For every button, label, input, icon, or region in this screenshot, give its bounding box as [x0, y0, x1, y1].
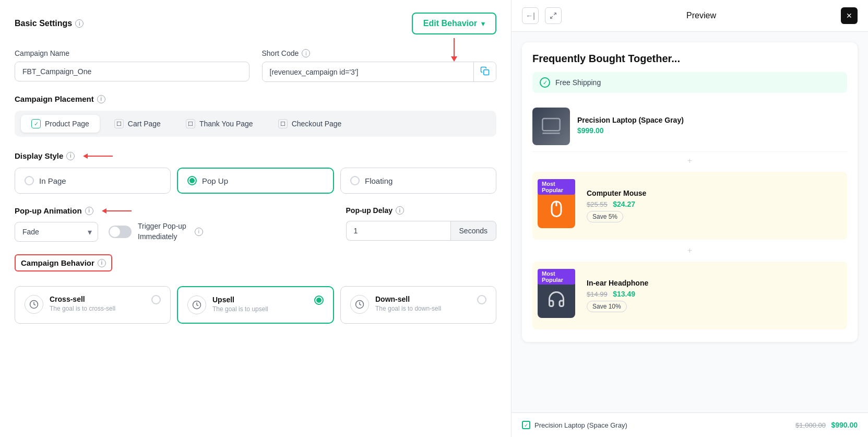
- product-sale-price-headphone: $13.49: [613, 290, 635, 298]
- behavior-down-sell[interactable]: Down-sell The goal is to down-sell: [340, 286, 496, 324]
- behavior-upsell[interactable]: Upsell The goal is to upsell: [177, 286, 334, 324]
- footer-product-name: Precision Laptop (Space Gray): [534, 421, 627, 429]
- campaign-behavior-section: Campaign Behavior i Cross-sell The goal …: [15, 254, 496, 324]
- upsell-desc: The goal is to upsell: [212, 305, 308, 313]
- copy-shortcode-button[interactable]: [473, 62, 496, 81]
- upsell-radio: [314, 296, 324, 305]
- campaign-placement-label: Campaign Placement: [15, 95, 94, 103]
- product-item-mouse: Most Popular Computer Mouse $25.55: [538, 177, 842, 234]
- popup-delay-title: Pop-up Delay i: [346, 206, 496, 215]
- plus-divider-2: +: [532, 242, 847, 259]
- popup-delay-group: Pop-up Delay i Seconds: [346, 206, 496, 241]
- campaign-behavior-title-wrapper: Campaign Behavior i: [15, 254, 496, 279]
- style-in-page-label: In Page: [39, 176, 66, 185]
- placement-check-thankyou: ☐: [186, 119, 195, 128]
- style-option-pop-up[interactable]: Pop Up: [177, 168, 334, 194]
- arrow-indicator: [451, 38, 457, 62]
- popup-delay-input-row: Seconds: [346, 221, 496, 241]
- campaign-name-group: Campaign Name: [15, 49, 249, 82]
- expand-button[interactable]: [545, 7, 562, 24]
- plus-divider-1: +: [532, 152, 847, 170]
- animation-title: Pop-up Animation i: [15, 206, 93, 215]
- campaign-placement-info-icon[interactable]: i: [97, 95, 105, 103]
- placement-checkout-page[interactable]: ☐ Checkout Page: [268, 115, 352, 133]
- short-code-group: Short Code i: [262, 49, 497, 82]
- preview-content: Frequently Bought Together... ✓ Free Shi…: [512, 32, 868, 412]
- display-style-title-row: Display Style i: [15, 151, 496, 160]
- trigger-popup-info-icon[interactable]: i: [195, 228, 203, 236]
- upsell-text: Upsell The goal is to upsell: [212, 296, 308, 313]
- animation-select[interactable]: Fade Slide Zoom: [15, 222, 98, 242]
- animation-select-wrapper: Fade Slide Zoom ▾: [15, 222, 98, 242]
- short-code-label: Short Code i: [262, 49, 497, 57]
- placement-checkout-label: Checkout Page: [292, 120, 342, 128]
- behavior-cross-sell[interactable]: Cross-sell The goal is to cross-sell: [15, 286, 171, 324]
- style-pop-up-label: Pop Up: [202, 176, 228, 185]
- placement-bar: ✓ Product Page ☐ Cart Page ☐ Thank You P…: [15, 111, 496, 137]
- header-row: Basic Settings i Edit Behavior ▾: [15, 13, 496, 34]
- down-sell-label: Down-sell: [375, 295, 471, 303]
- radio-pop-up: [187, 176, 197, 185]
- back-nav-button[interactable]: ←|: [522, 7, 539, 24]
- upsell-label: Upsell: [212, 296, 308, 304]
- short-code-input[interactable]: [263, 63, 474, 81]
- short-code-wrapper: [262, 62, 497, 82]
- campaign-name-label: Campaign Name: [15, 49, 249, 57]
- most-popular-badge-mouse: Most Popular: [538, 179, 575, 198]
- animation-group: Pop-up Animation i Fade Slide Zoom: [15, 206, 203, 242]
- animation-info-icon[interactable]: i: [85, 207, 93, 215]
- placement-cart-label: Cart Page: [128, 120, 161, 128]
- footer-checkbox-icon: ✓: [522, 421, 530, 429]
- footer-sale-price: $990.00: [831, 421, 858, 429]
- chevron-down-icon: ▾: [481, 20, 485, 28]
- basic-settings-info-icon[interactable]: i: [75, 19, 84, 28]
- campaign-placement-title: Campaign Placement i: [15, 95, 496, 103]
- placement-thankyou-page[interactable]: ☐ Thank You Page: [175, 115, 264, 133]
- animation-controls-row: Fade Slide Zoom ▾ Trigger Pop-up Immedia…: [15, 221, 203, 242]
- campaign-name-input[interactable]: [15, 62, 249, 81]
- basic-settings-label: Basic Settings: [15, 19, 72, 28]
- footer-product-info: ✓ Precision Laptop (Space Gray): [522, 421, 627, 429]
- product-original-price-mouse: $25.55: [587, 200, 608, 208]
- down-sell-text: Down-sell The goal is to down-sell: [375, 295, 471, 312]
- popup-delay-input[interactable]: [346, 221, 450, 241]
- popup-delay-info-icon[interactable]: i: [396, 206, 404, 215]
- down-sell-desc: The goal is to down-sell: [375, 305, 471, 312]
- svg-rect-6: [542, 119, 560, 131]
- edit-behavior-button[interactable]: Edit Behavior ▾: [412, 13, 496, 34]
- cross-sell-label: Cross-sell: [50, 295, 145, 303]
- animation-delay-row: Pop-up Animation i Fade Slide Zoom: [15, 206, 496, 242]
- preview-title: Preview: [568, 11, 835, 20]
- free-shipping-bar: ✓ Free Shipping: [532, 72, 847, 93]
- placement-product-page[interactable]: ✓ Product Page: [21, 115, 100, 133]
- style-floating-label: Floating: [365, 176, 393, 185]
- animation-title-row: Pop-up Animation i: [15, 206, 203, 215]
- product-name-mouse: Computer Mouse: [587, 189, 842, 197]
- display-style-info-icon[interactable]: i: [66, 152, 75, 160]
- down-sell-radio: [477, 295, 486, 304]
- close-preview-button[interactable]: ✕: [841, 7, 858, 24]
- short-code-info-icon[interactable]: i: [302, 49, 310, 57]
- campaign-placement-section: Campaign Placement i ✓ Product Page ☐ Ca…: [15, 95, 496, 137]
- mouse-img-wrapper: Most Popular: [538, 183, 575, 228]
- product-price-laptop: $999.00: [577, 126, 847, 135]
- down-sell-icon: [350, 295, 369, 314]
- animation-section: Pop-up Animation i Fade Slide Zoom: [15, 206, 496, 242]
- edit-behavior-label: Edit Behavior: [423, 19, 477, 28]
- product-info-laptop: Precision Laptop (Space Gray) $999.00: [577, 116, 847, 137]
- product-price-row-headphone: $14.99 $13.49: [587, 289, 842, 299]
- free-shipping-check-icon: ✓: [540, 77, 550, 88]
- preview-card: Frequently Bought Together... ✓ Free Shi…: [522, 42, 858, 342]
- display-style-title: Display Style i: [15, 151, 75, 160]
- placement-cart-page[interactable]: ☐ Cart Page: [104, 115, 171, 133]
- trigger-popup-label: Trigger Pop-up Immediately: [138, 221, 186, 242]
- footer-original-price: $1,000.00: [795, 421, 826, 429]
- campaign-behavior-title: Campaign Behavior i: [15, 254, 112, 271]
- trigger-popup-toggle[interactable]: [109, 226, 132, 238]
- left-panel: Basic Settings i Edit Behavior ▾ Campaig…: [0, 0, 512, 437]
- product-image-laptop: [532, 108, 570, 145]
- style-option-floating[interactable]: Floating: [340, 168, 496, 194]
- style-option-in-page[interactable]: In Page: [15, 168, 171, 194]
- campaign-behavior-info-icon[interactable]: i: [98, 259, 106, 267]
- animation-arrow: [102, 208, 132, 214]
